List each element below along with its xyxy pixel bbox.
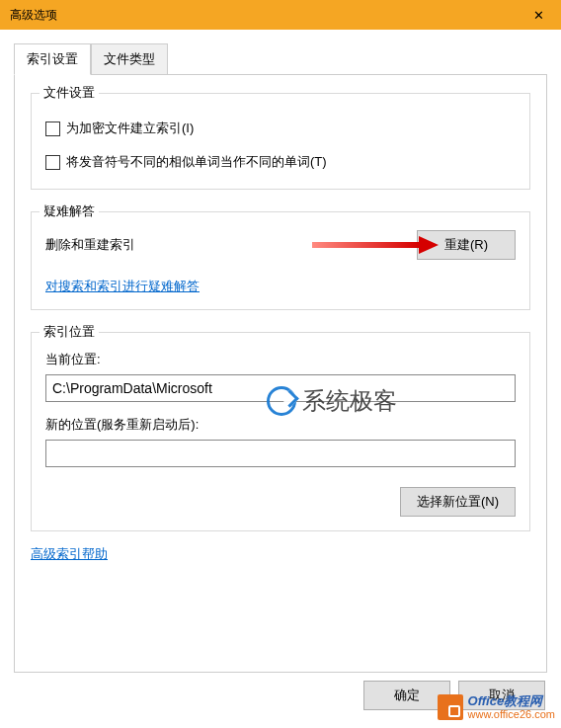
tab-panel: 文件设置 为加密文件建立索引(I) 将发音符号不同的相似单词当作不同的单词(T)… [14, 75, 547, 673]
new-location-label: 新的位置(服务重新启动后): [45, 416, 516, 434]
current-location-label: 当前位置: [45, 351, 516, 368]
dialog-buttons: 确定 取消 [14, 673, 547, 714]
checkbox-icon [45, 121, 60, 136]
titlebar: 高级选项 ✕ [0, 0, 561, 30]
tab-bar: 索引设置 文件类型 [14, 43, 547, 75]
choose-location-row: 选择新位置(N) [45, 487, 516, 517]
checkbox-label: 将发音符号不同的相似单词当作不同的单词(T) [66, 153, 327, 171]
window-title: 高级选项 [10, 7, 57, 24]
cancel-button[interactable]: 取消 [458, 681, 545, 710]
content-area: 索引设置 文件类型 文件设置 为加密文件建立索引(I) 将发音符号不同的相似单词… [0, 30, 561, 728]
group-index-location: 索引位置 当前位置: 新的位置(服务重新启动后): 选择新位置(N) [31, 332, 530, 531]
rebuild-button[interactable]: 重建(R) [417, 230, 516, 260]
group-title: 疑难解答 [40, 202, 99, 220]
advanced-help-link[interactable]: 高级索引帮助 [31, 546, 108, 561]
ok-button[interactable]: 确定 [363, 681, 450, 710]
group-title: 索引位置 [40, 323, 99, 341]
choose-location-button[interactable]: 选择新位置(N) [400, 487, 516, 517]
tab-label: 文件类型 [104, 51, 155, 66]
svg-rect-0 [312, 242, 419, 248]
checkbox-icon [45, 155, 60, 170]
current-location-field[interactable] [45, 374, 516, 402]
troubleshoot-link[interactable]: 对搜索和索引进行疑难解答 [45, 279, 200, 293]
group-file-settings: 文件设置 为加密文件建立索引(I) 将发音符号不同的相似单词当作不同的单词(T) [31, 93, 530, 190]
group-title: 文件设置 [40, 84, 99, 102]
tab-file-types[interactable]: 文件类型 [91, 43, 168, 74]
delete-rebuild-label: 删除和重建索引 [45, 236, 135, 254]
tab-label: 索引设置 [27, 51, 78, 66]
new-location-field[interactable] [45, 440, 516, 467]
checkbox-index-encrypted[interactable]: 为加密文件建立索引(I) [45, 120, 516, 137]
checkbox-diacritics[interactable]: 将发音符号不同的相似单词当作不同的单词(T) [45, 153, 516, 171]
close-button[interactable]: ✕ [517, 0, 561, 30]
tab-index-settings[interactable]: 索引设置 [14, 43, 91, 75]
row-rebuild: 删除和重建索引 重建(R) [45, 230, 516, 260]
close-icon: ✕ [533, 8, 544, 23]
checkbox-label: 为加密文件建立索引(I) [66, 120, 194, 137]
group-troubleshoot: 疑难解答 删除和重建索引 重建(R) 对搜索和索引进行疑难解答 [31, 211, 530, 310]
